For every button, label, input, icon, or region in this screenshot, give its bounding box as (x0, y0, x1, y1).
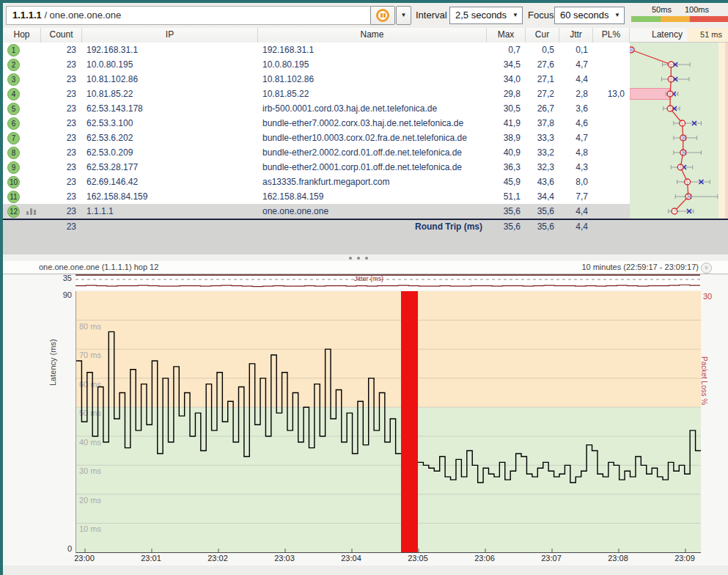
max-cell: 36,3 (487, 160, 526, 175)
graphed-hop-icon (26, 208, 37, 215)
packet-loss-axis-max: 30 (703, 292, 712, 301)
jttr-cell: 4,7 (559, 57, 593, 72)
max-cell: 51,1 (487, 189, 526, 204)
timeline-range[interactable]: 10 minutes (22:59:17 - 23:09:17) (581, 263, 699, 271)
jttr-cell: 3,6 (559, 101, 593, 116)
latency-color-scale (631, 16, 728, 22)
hop-number-cell: 8 (3, 145, 41, 160)
jttr-cell: 4,3 (559, 160, 593, 175)
max-cell: 45,9 (487, 175, 526, 189)
pause-dropdown-button[interactable]: ▼ (396, 6, 411, 25)
jitter-chart (76, 276, 700, 290)
jttr-cell: 4,7 (559, 131, 593, 145)
ip-cell: 62.53.28.177 (82, 160, 258, 175)
focus-select[interactable]: 60 seconds▼ (554, 7, 625, 24)
name-cell: bundle-ether7.0002.corx.03.haj.de.net.te… (258, 116, 487, 131)
latency-axis-max: 90 (50, 290, 72, 299)
hop-number-badge: 10 (7, 176, 20, 188)
latency-timeline-chart[interactable]: 80 ms70 ms60 ms50 ms40 ms30 ms20 ms10 ms (76, 291, 701, 553)
hop-row-9[interactable]: 92362.53.28.177bundle-ether2.0001.corp.0… (3, 160, 728, 175)
count-cell: 23 (41, 145, 82, 160)
count-cell: 23 (41, 72, 82, 87)
hop-number-badge: 4 (7, 88, 20, 100)
name-cell: bundle-ether2.0002.cord.01.off.de.net.te… (258, 145, 487, 160)
hop-row-11[interactable]: 1123162.158.84.159162.158.84.15951,134,4… (3, 189, 728, 204)
pl-cell (593, 175, 630, 189)
round-trip-label: Round Trip (ms) (258, 220, 487, 233)
hop-row-8[interactable]: 82362.53.0.209bundle-ether2.0002.cord.01… (3, 145, 728, 160)
panel-bottom-margin (3, 565, 728, 575)
round-trip-cur: 35,6 (526, 220, 559, 233)
count-cell: 23 (41, 204, 82, 219)
count-cell: 23 (41, 43, 82, 57)
column-header-pl[interactable]: PL% (593, 28, 630, 43)
name-cell: 162.158.84.159 (258, 189, 487, 204)
max-cell: 34,5 (487, 57, 526, 72)
cur-cell: 37,8 (526, 116, 559, 131)
splitter[interactable] (3, 254, 728, 261)
pl-cell (593, 204, 630, 219)
target-ip: 1.1.1.1 (12, 10, 42, 21)
hop-latency-mini-graph (630, 43, 728, 220)
column-header-latency[interactable]: Latency 51 ms (630, 28, 728, 43)
column-header-cur[interactable]: Cur (526, 28, 559, 43)
hop-number-badge: 5 (7, 103, 20, 115)
hop-row-2[interactable]: 22310.0.80.19510.0.80.19534,527,64,7 (3, 57, 728, 72)
chevron-down-icon: ▼ (614, 7, 620, 23)
column-header-name[interactable]: Name (258, 28, 487, 43)
time-tick-label: 23:04 (341, 554, 361, 563)
ip-cell: 10.81.102.86 (82, 72, 258, 87)
column-header-ip[interactable]: IP (82, 28, 258, 43)
latency-axis-min: 0 (50, 544, 72, 553)
hop-number-cell: 5 (3, 101, 41, 116)
jttr-cell: 0,1 (559, 43, 593, 57)
target-address-field[interactable]: 1.1.1.1 / one.one.one.one (6, 6, 374, 25)
max-cell: 0,7 (487, 43, 526, 57)
hop-number-badge: 6 (7, 117, 20, 130)
ip-cell: 62.53.143.178 (82, 101, 258, 116)
pause-button[interactable] (370, 6, 395, 25)
column-header-max[interactable]: Max (487, 28, 526, 43)
pl-cell (593, 57, 630, 72)
hop-number-cell: 6 (3, 116, 41, 131)
latency-timeline-svg: 80 ms70 ms60 ms50 ms40 ms30 ms20 ms10 ms (76, 291, 701, 552)
name-cell: irb-500.0001.cord.03.haj.de.net.telefoni… (258, 101, 487, 116)
svg-text:20 ms: 20 ms (79, 496, 101, 505)
focus-value: 60 seconds (560, 10, 609, 21)
ip-cell: 10.81.85.22 (82, 87, 258, 101)
hop-row-1[interactable]: 123192.168.31.1192.168.31.10,70,50,1 (3, 43, 728, 57)
hop-row-7[interactable]: 72362.53.6.202bundle-ether10.0003.corx.0… (3, 131, 728, 145)
name-cell: one.one.one.one (258, 204, 487, 219)
latency-scale-50ms-label: 50ms (652, 5, 672, 14)
hop-row-5[interactable]: 52362.53.143.178irb-500.0001.cord.03.haj… (3, 101, 728, 116)
name-cell: 10.81.85.22 (258, 87, 487, 101)
splitter-handle-icon[interactable] (349, 257, 368, 260)
time-axis: 23:0023:0123:0223:0323:0423:0523:0623:07… (76, 554, 700, 565)
hop-row-4[interactable]: 42310.81.85.2210.81.85.2229,827,22,813,0 (3, 87, 728, 101)
cur-cell: 27,2 (526, 87, 559, 101)
name-cell: bundle-ether2.0001.corp.01.off.de.net.te… (258, 160, 487, 175)
packet-loss-axis-label: Packet Loss % (700, 356, 708, 405)
time-tick-label: 23:00 (74, 554, 95, 563)
hop-number-cell: 11 (3, 189, 41, 204)
hop-number-badge: 1 (7, 44, 20, 56)
hop-number-cell: 1 (3, 43, 41, 57)
cur-cell: 33,2 (526, 145, 559, 160)
pl-cell: 13,0 (593, 87, 630, 101)
hop-row-10[interactable]: 102362.69.146.42as13335.frankfurt.megapo… (3, 175, 728, 189)
max-cell: 30,5 (487, 101, 526, 116)
ip-cell: 162.158.84.159 (82, 189, 258, 204)
jitter-label: Jitter (ms) (354, 275, 383, 282)
jttr-cell: 8,0 (559, 175, 593, 189)
hop-number-cell: 4 (3, 87, 41, 101)
interval-select[interactable]: 2,5 seconds▼ (449, 7, 523, 24)
time-tick-label: 23:07 (541, 554, 562, 563)
hop-row-6[interactable]: 62362.53.3.100bundle-ether7.0002.corx.03… (3, 116, 728, 131)
pl-cell (593, 160, 630, 175)
hop-row-3[interactable]: 32310.81.102.8610.81.102.8634,027,14,4 (3, 72, 728, 87)
hop-row-12[interactable]: 12231.1.1.1one.one.one.one35,635,64,4 (3, 204, 728, 219)
column-header-jttr[interactable]: Jttr (559, 28, 593, 43)
column-header-hop[interactable]: Hop (3, 28, 41, 43)
chevron-down-icon[interactable]: v (701, 263, 712, 274)
column-header-count[interactable]: Count (41, 28, 82, 43)
